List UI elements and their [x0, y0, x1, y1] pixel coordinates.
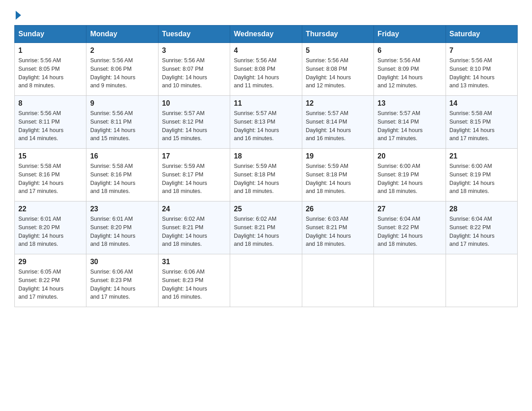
day-number: 31 [162, 258, 226, 266]
day-info: Sunrise: 6:03 AMSunset: 8:21 PMDaylight:… [306, 215, 370, 248]
header-friday: Friday [374, 26, 446, 43]
day-info: Sunrise: 5:56 AMSunset: 8:05 PMDaylight:… [18, 56, 82, 90]
day-number: 16 [90, 152, 154, 160]
calendar-cell: 27Sunrise: 6:04 AMSunset: 8:22 PMDayligh… [374, 201, 446, 254]
day-number: 12 [306, 99, 370, 107]
day-info: Sunrise: 6:01 AMSunset: 8:20 PMDaylight:… [18, 215, 82, 248]
calendar-cell: 7Sunrise: 5:56 AMSunset: 8:10 PMDaylight… [446, 43, 517, 96]
day-info: Sunrise: 6:05 AMSunset: 8:22 PMDaylight:… [18, 268, 82, 301]
day-number: 7 [450, 47, 514, 55]
calendar-cell: 15Sunrise: 5:58 AMSunset: 8:16 PMDayligh… [15, 149, 86, 201]
calendar-week-row: 22Sunrise: 6:01 AMSunset: 8:20 PMDayligh… [15, 201, 518, 254]
day-number: 22 [18, 205, 82, 213]
day-info: Sunrise: 5:57 AMSunset: 8:12 PMDaylight:… [162, 109, 226, 143]
day-info: Sunrise: 5:56 AMSunset: 8:08 PMDaylight:… [234, 56, 298, 90]
calendar-cell: 17Sunrise: 5:59 AMSunset: 8:17 PMDayligh… [158, 149, 230, 201]
day-info: Sunrise: 5:56 AMSunset: 8:09 PMDaylight:… [378, 56, 442, 90]
calendar-cell: 16Sunrise: 5:58 AMSunset: 8:16 PMDayligh… [86, 149, 158, 201]
day-number: 8 [18, 99, 82, 107]
calendar-week-row: 29Sunrise: 6:05 AMSunset: 8:22 PMDayligh… [15, 254, 518, 307]
logo-triangle-icon [16, 11, 21, 20]
calendar-cell: 21Sunrise: 6:00 AMSunset: 8:19 PMDayligh… [446, 149, 517, 201]
day-info: Sunrise: 5:59 AMSunset: 8:18 PMDaylight:… [234, 162, 298, 196]
calendar-cell: 5Sunrise: 5:56 AMSunset: 8:08 PMDaylight… [302, 43, 373, 96]
calendar-table: SundayMondayTuesdayWednesdayThursdayFrid… [14, 25, 518, 307]
day-number: 10 [162, 99, 226, 107]
header-thursday: Thursday [302, 26, 373, 43]
day-info: Sunrise: 5:58 AMSunset: 8:16 PMDaylight:… [18, 162, 82, 196]
calendar-cell: 22Sunrise: 6:01 AMSunset: 8:20 PMDayligh… [15, 201, 86, 254]
calendar-cell: 9Sunrise: 5:56 AMSunset: 8:11 PMDaylight… [86, 96, 158, 149]
day-number: 27 [378, 205, 442, 213]
day-number: 24 [162, 205, 226, 213]
calendar-cell: 8Sunrise: 5:56 AMSunset: 8:11 PMDaylight… [15, 96, 86, 149]
day-number: 4 [234, 47, 298, 55]
day-info: Sunrise: 5:56 AMSunset: 8:11 PMDaylight:… [18, 109, 82, 143]
calendar-cell: 4Sunrise: 5:56 AMSunset: 8:08 PMDaylight… [230, 43, 302, 96]
day-number: 18 [234, 152, 298, 160]
calendar-cell: 14Sunrise: 5:58 AMSunset: 8:15 PMDayligh… [446, 96, 517, 149]
day-number: 6 [378, 47, 442, 55]
header-saturday: Saturday [446, 26, 517, 43]
day-number: 20 [378, 152, 442, 160]
day-number: 13 [378, 99, 442, 107]
calendar-cell: 10Sunrise: 5:57 AMSunset: 8:12 PMDayligh… [158, 96, 230, 149]
day-number: 21 [450, 152, 514, 160]
header-sunday: Sunday [15, 26, 86, 43]
calendar-cell: 26Sunrise: 6:03 AMSunset: 8:21 PMDayligh… [302, 201, 373, 254]
day-info: Sunrise: 6:06 AMSunset: 8:23 PMDaylight:… [90, 268, 154, 301]
day-number: 28 [450, 205, 514, 213]
day-number: 11 [234, 99, 298, 107]
header-monday: Monday [86, 26, 158, 43]
calendar-cell: 31Sunrise: 6:06 AMSunset: 8:23 PMDayligh… [158, 254, 230, 307]
day-number: 30 [90, 258, 154, 266]
calendar-cell: 1Sunrise: 5:56 AMSunset: 8:05 PMDaylight… [15, 43, 86, 96]
day-info: Sunrise: 5:59 AMSunset: 8:17 PMDaylight:… [162, 162, 226, 196]
page-header [14, 11, 518, 21]
day-number: 15 [18, 152, 82, 160]
calendar-week-row: 8Sunrise: 5:56 AMSunset: 8:11 PMDaylight… [15, 96, 518, 149]
calendar-cell: 6Sunrise: 5:56 AMSunset: 8:09 PMDaylight… [374, 43, 446, 96]
day-number: 9 [90, 99, 154, 107]
day-info: Sunrise: 5:57 AMSunset: 8:13 PMDaylight:… [234, 109, 298, 143]
calendar-cell [230, 254, 302, 307]
calendar-cell [446, 254, 517, 307]
calendar-cell: 20Sunrise: 6:00 AMSunset: 8:19 PMDayligh… [374, 149, 446, 201]
day-info: Sunrise: 6:00 AMSunset: 8:19 PMDaylight:… [378, 162, 442, 196]
day-number: 3 [162, 47, 226, 55]
day-number: 14 [450, 99, 514, 107]
header-wednesday: Wednesday [230, 26, 302, 43]
logo-text [14, 11, 21, 20]
day-number: 25 [234, 205, 298, 213]
day-number: 2 [90, 47, 154, 55]
day-info: Sunrise: 5:58 AMSunset: 8:16 PMDaylight:… [90, 162, 154, 196]
calendar-cell: 24Sunrise: 6:02 AMSunset: 8:21 PMDayligh… [158, 201, 230, 254]
calendar-cell: 23Sunrise: 6:01 AMSunset: 8:20 PMDayligh… [86, 201, 158, 254]
calendar-cell: 18Sunrise: 5:59 AMSunset: 8:18 PMDayligh… [230, 149, 302, 201]
calendar-cell: 12Sunrise: 5:57 AMSunset: 8:14 PMDayligh… [302, 96, 373, 149]
day-number: 19 [306, 152, 370, 160]
day-info: Sunrise: 5:57 AMSunset: 8:14 PMDaylight:… [306, 109, 370, 143]
day-info: Sunrise: 5:58 AMSunset: 8:15 PMDaylight:… [450, 109, 514, 143]
day-info: Sunrise: 6:01 AMSunset: 8:20 PMDaylight:… [90, 215, 154, 248]
calendar-cell: 19Sunrise: 5:59 AMSunset: 8:18 PMDayligh… [302, 149, 373, 201]
calendar-cell: 29Sunrise: 6:05 AMSunset: 8:22 PMDayligh… [15, 254, 86, 307]
day-info: Sunrise: 6:04 AMSunset: 8:22 PMDaylight:… [450, 215, 514, 248]
day-number: 17 [162, 152, 226, 160]
calendar-cell: 28Sunrise: 6:04 AMSunset: 8:22 PMDayligh… [446, 201, 517, 254]
day-info: Sunrise: 6:00 AMSunset: 8:19 PMDaylight:… [450, 162, 514, 196]
calendar-header-row: SundayMondayTuesdayWednesdayThursdayFrid… [15, 26, 518, 43]
day-info: Sunrise: 5:56 AMSunset: 8:07 PMDaylight:… [162, 56, 226, 90]
day-info: Sunrise: 5:56 AMSunset: 8:11 PMDaylight:… [90, 109, 154, 143]
day-number: 29 [18, 258, 82, 266]
calendar-cell [374, 254, 446, 307]
day-info: Sunrise: 6:02 AMSunset: 8:21 PMDaylight:… [234, 215, 298, 248]
day-number: 26 [306, 205, 370, 213]
calendar-cell: 3Sunrise: 5:56 AMSunset: 8:07 PMDaylight… [158, 43, 230, 96]
day-info: Sunrise: 6:02 AMSunset: 8:21 PMDaylight:… [162, 215, 226, 248]
calendar-week-row: 1Sunrise: 5:56 AMSunset: 8:05 PMDaylight… [15, 43, 518, 96]
day-info: Sunrise: 5:56 AMSunset: 8:06 PMDaylight:… [90, 56, 154, 90]
calendar-cell [302, 254, 373, 307]
calendar-cell: 25Sunrise: 6:02 AMSunset: 8:21 PMDayligh… [230, 201, 302, 254]
logo [14, 11, 21, 21]
